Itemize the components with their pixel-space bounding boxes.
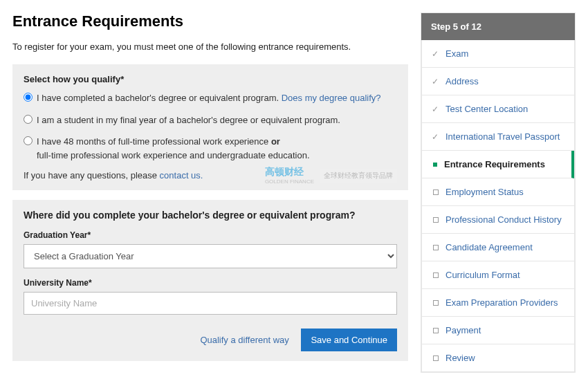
step-item-label: International Travel Passport (445, 131, 560, 142)
qualify-option-3-or: or (271, 136, 280, 147)
step-item-4[interactable]: Entrance Requirements (422, 151, 574, 178)
qualify-panel: Select how you qualify* I have completed… (12, 64, 408, 190)
step-item-1[interactable]: Address (422, 68, 574, 95)
step-item-label: Entrance Requirements (444, 159, 545, 169)
step-item-7[interactable]: Candidate Agreement (422, 234, 574, 261)
step-item-8[interactable]: Curriculum Format (422, 261, 574, 289)
qualify-option-1-text: I have completed a bachelor's degree or … (37, 93, 279, 103)
qualify-option-2[interactable]: I am a student in my final year of a bac… (24, 113, 397, 127)
degree-heading: Where did you complete your bachelor's d… (24, 210, 397, 221)
step-item-2[interactable]: Test Center Location (422, 95, 574, 123)
step-header: Step 5 of 12 (421, 13, 575, 40)
step-item-5[interactable]: Employment Status (422, 178, 574, 206)
watermark-sub: GOLDEN FINANCE (265, 178, 314, 185)
step-item-11[interactable]: Review (422, 344, 574, 371)
step-item-9[interactable]: Exam Preparation Providers (422, 289, 574, 317)
qualify-option-1[interactable]: I have completed a bachelor's degree or … (24, 91, 397, 105)
degree-panel: Where did you complete your bachelor's d… (12, 200, 408, 361)
qualify-option-3b-text: full-time professional work experience a… (37, 150, 310, 160)
degree-qualify-link[interactable]: Does my degree qualify? (282, 93, 381, 103)
step-item-label: Address (445, 76, 479, 86)
step-item-6[interactable]: Professional Conduct History (422, 206, 574, 234)
watermark-logo: 高顿财经 (265, 166, 304, 177)
step-sidebar: Step 5 of 12 ExamAddressTest Center Loca… (421, 12, 576, 373)
contact-us-link[interactable]: contact us. (160, 170, 203, 181)
qualify-radio-3[interactable] (24, 136, 33, 145)
step-item-label: Payment (445, 325, 481, 335)
qualify-option-2-text: I am a student in my final year of a bac… (37, 113, 397, 127)
step-item-label: Candidate Agreement (445, 242, 533, 252)
qualify-radio-1[interactable] (24, 93, 33, 102)
step-item-label: Exam Preparation Providers (445, 297, 558, 308)
watermark: 高顿财经 GOLDEN FINANCE 全球财经教育领导品牌 (265, 166, 397, 185)
step-list: ExamAddressTest Center LocationInternati… (421, 40, 575, 372)
step-item-10[interactable]: Payment (422, 317, 574, 344)
qualify-option-3[interactable]: I have 48 months of full-time profession… (24, 135, 397, 162)
save-continue-button[interactable]: Save and Continue (301, 329, 397, 351)
step-item-label: Employment Status (445, 187, 524, 197)
grad-year-select[interactable]: Select a Graduation Year (24, 244, 397, 268)
step-item-label: Exam (445, 48, 468, 59)
university-label: University Name* (24, 278, 397, 288)
step-item-label: Curriculum Format (445, 270, 520, 280)
university-input[interactable] (24, 292, 397, 315)
step-item-label: Test Center Location (445, 104, 528, 114)
page-title: Entrance Requirements (12, 12, 408, 30)
qualify-radio-2[interactable] (24, 115, 33, 124)
step-item-label: Professional Conduct History (445, 214, 562, 225)
questions-note-prefix: If you have any questions, please (24, 170, 160, 181)
step-item-label: Review (445, 353, 475, 363)
step-item-0[interactable]: Exam (422, 40, 574, 68)
step-item-3[interactable]: International Travel Passport (422, 123, 574, 151)
grad-year-label: Graduation Year* (24, 230, 397, 240)
qualify-option-3a-text: I have 48 months of full-time profession… (37, 136, 271, 147)
qualify-heading: Select how you qualify* (24, 74, 397, 84)
qualify-different-link[interactable]: Qualify a different way (200, 335, 288, 345)
intro-text: To register for your exam, you must meet… (12, 41, 408, 52)
watermark-tag: 全球财经教育领导品牌 (320, 169, 397, 183)
